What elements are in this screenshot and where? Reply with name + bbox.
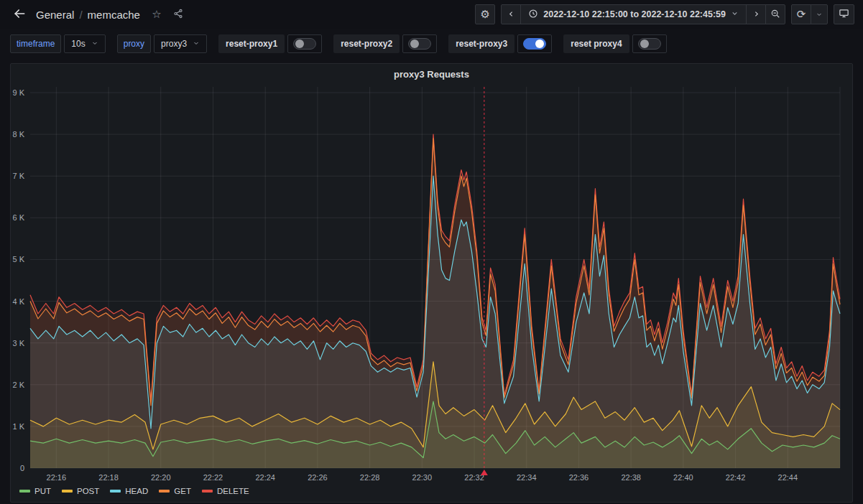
reset-proxy3-toggle[interactable] [517, 34, 552, 53]
x-axis-tick-label: 22:16 [47, 473, 67, 482]
x-axis-tick-label: 22:28 [360, 473, 380, 482]
reset-proxy4-toggle[interactable] [632, 34, 667, 53]
legend-swatch-icon [19, 490, 30, 493]
legend-item-head[interactable]: HEAD [110, 487, 148, 495]
y-axis-tick-label: 4 K [12, 297, 24, 306]
toggle-switch[interactable] [638, 38, 661, 50]
y-axis-tick-label: 0 [20, 464, 24, 472]
reset-proxy1-label: reset-proxy1 [218, 34, 285, 53]
toggle-switch[interactable] [408, 38, 431, 50]
y-axis-tick-label: 2 K [12, 381, 24, 389]
legend-series-name: HEAD [125, 487, 148, 495]
y-axis-tick-label: 8 K [12, 130, 24, 139]
variable-reset-proxy1: reset-proxy1 [218, 34, 322, 53]
variable-proxy-select[interactable]: proxy3 [154, 34, 207, 53]
zoom-out-time-button[interactable] [765, 4, 785, 24]
legend-item-put[interactable]: PUT [19, 487, 51, 495]
toggle-switch[interactable] [293, 38, 316, 50]
star-dashboard-button[interactable]: ☆ [147, 5, 166, 24]
x-axis-tick-label: 22:30 [412, 473, 433, 482]
top-nav: General / memcache ☆ ⚙ 2022-12-10 22:15:… [0, 0, 863, 29]
breadcrumb-folder[interactable]: General [36, 9, 74, 21]
chevron-down-icon [731, 9, 739, 19]
breadcrumb-separator: / [79, 9, 82, 21]
toggle-knob [535, 39, 544, 48]
variable-timeframe-label: timeframe [10, 34, 61, 53]
legend-series-name: GET [174, 487, 191, 495]
variable-timeframe: timeframe 10s [10, 34, 106, 53]
arrow-left-icon [12, 6, 27, 23]
time-picker-group: 2022-12-10 22:15:00 to 2022-12-10 22:45:… [501, 4, 785, 24]
x-axis-tick-label: 22:42 [726, 473, 746, 482]
dashboard-controls-row: timeframe 10s proxy proxy3 reset-proxy1 … [0, 29, 863, 59]
legend-swatch-icon [110, 490, 121, 493]
share-dashboard-button[interactable] [169, 5, 188, 24]
chevron-right-icon [752, 9, 760, 20]
reset-proxy2-label: reset-proxy2 [333, 34, 400, 53]
toggle-knob [410, 39, 419, 48]
time-range-text: 2022-12-10 22:15:00 to 2022-12-10 22:45:… [543, 9, 726, 19]
x-axis-tick-label: 22:24 [255, 473, 275, 482]
variable-timeframe-value: 10s [71, 39, 85, 49]
dashboard-settings-button[interactable]: ⚙ [475, 4, 495, 24]
y-axis-tick-label: 3 K [12, 339, 24, 347]
x-axis-tick-label: 22:34 [517, 473, 537, 482]
x-axis-tick-label: 22:22 [203, 473, 223, 482]
x-axis-tick-label: 22:26 [308, 473, 328, 482]
chevron-down-icon [193, 39, 200, 49]
gear-icon: ⚙ [481, 8, 490, 21]
clock-icon [528, 9, 538, 21]
back-button[interactable] [9, 4, 30, 25]
refresh-interval-dropdown[interactable] [811, 4, 828, 24]
toggle-knob [640, 39, 649, 48]
cycle-view-mode-button[interactable] [834, 4, 854, 24]
x-axis-tick-label: 22:44 [778, 473, 798, 482]
share-icon [173, 9, 183, 21]
time-range-picker-button[interactable]: 2022-12-10 22:15:00 to 2022-12-10 22:45:… [520, 4, 747, 24]
toggle-switch[interactable] [523, 38, 546, 50]
chevron-down-icon [91, 39, 98, 49]
legend-swatch-icon [159, 490, 170, 493]
legend-series-name: DELETE [217, 487, 249, 495]
variable-reset-proxy2: reset-proxy2 [333, 34, 437, 53]
toggle-knob [295, 39, 304, 48]
graph-panel: proxy3 Requests 01 K2 K3 K4 K5 K6 K7 K8 … [10, 63, 853, 503]
variable-reset-proxy3: reset-proxy3 [448, 34, 552, 53]
monitor-icon [839, 8, 849, 21]
variable-timeframe-select[interactable]: 10s [64, 34, 105, 53]
y-axis-tick-label: 7 K [12, 172, 24, 180]
y-axis-tick-label: 6 K [12, 213, 24, 222]
refresh-icon: ⟳ [797, 8, 806, 21]
legend-item-delete[interactable]: DELETE [202, 487, 249, 495]
legend-item-post[interactable]: POST [62, 487, 99, 495]
x-axis-tick-label: 22:36 [569, 473, 589, 482]
reset-proxy4-label: reset proxy4 [563, 34, 629, 53]
breadcrumb-dashboard[interactable]: memcache [88, 9, 140, 21]
y-axis-tick-label: 5 K [12, 255, 24, 263]
reset-proxy1-toggle[interactable] [287, 34, 322, 53]
chevron-left-icon [507, 9, 515, 20]
x-axis-tick-label: 22:40 [673, 473, 693, 482]
x-axis-tick-label: 22:18 [98, 473, 119, 482]
x-axis-tick-label: 22:38 [621, 473, 641, 482]
variable-proxy-value: proxy3 [161, 39, 187, 49]
chevron-down-icon [816, 9, 823, 20]
variable-proxy: proxy proxy3 [117, 34, 207, 53]
refresh-dashboard-button[interactable]: ⟳ [791, 4, 811, 24]
x-axis-tick-label: 22:20 [151, 473, 171, 482]
time-shift-forward-button[interactable] [746, 4, 766, 24]
legend-swatch-icon [62, 490, 73, 493]
zoom-out-icon [770, 9, 780, 21]
legend-series-name: POST [77, 487, 99, 495]
variable-proxy-label: proxy [117, 34, 151, 53]
reset-proxy3-label: reset-proxy3 [448, 34, 514, 53]
time-shift-back-button[interactable] [501, 4, 521, 24]
variable-reset-proxy4: reset proxy4 [563, 34, 666, 53]
annotation-marker[interactable] [481, 470, 488, 475]
reset-proxy2-toggle[interactable] [402, 34, 437, 53]
legend-series-name: PUT [34, 487, 51, 495]
time-series-chart[interactable]: 01 K2 K3 K4 K5 K6 K7 K8 K9 K22:1622:1822… [11, 64, 852, 502]
legend-item-get[interactable]: GET [159, 487, 191, 495]
y-axis-tick-label: 9 K [12, 88, 24, 97]
legend-swatch-icon [202, 490, 213, 493]
